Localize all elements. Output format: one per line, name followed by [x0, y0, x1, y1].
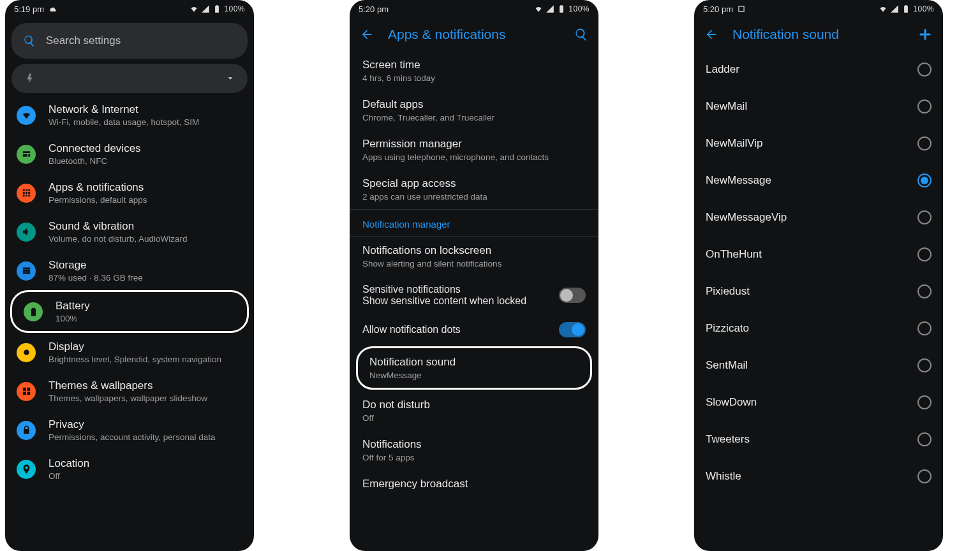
search-settings[interactable]: Search settings — [11, 23, 248, 59]
status-time: 5:19 pm — [14, 4, 44, 14]
sound-label: Pizzicato — [706, 322, 749, 335]
volume-icon — [17, 223, 36, 242]
sound-option[interactable]: OnTheHunt — [694, 236, 943, 273]
settings-item-apps[interactable]: Apps & notifications Permissions, defaul… — [5, 173, 254, 212]
sound-option[interactable]: Pizzicato — [694, 310, 943, 347]
item-subtitle: 100% — [56, 314, 90, 323]
radio-button[interactable] — [917, 432, 932, 446]
sound-option[interactable]: Tweeters — [694, 421, 943, 458]
radio-button[interactable] — [917, 284, 932, 298]
wifi-icon — [534, 4, 543, 13]
item-title: Network & Internet — [48, 103, 199, 116]
settings-item-wifi[interactable]: Network & Internet Wi-Fi, mobile, data u… — [5, 96, 254, 135]
sound-option[interactable]: NewMailVip — [694, 125, 943, 162]
sound-option[interactable]: NewMessage — [694, 162, 943, 199]
notifications[interactable]: Notifications Off for 5 apps — [350, 430, 598, 470]
toggle-switch[interactable] — [559, 322, 586, 337]
settings-row[interactable]: Special app access2 apps can use unrestr… — [350, 170, 598, 209]
settings-item-devices[interactable]: Connected devices Bluetooth, NFC — [5, 135, 254, 173]
back-icon[interactable] — [360, 27, 374, 41]
settings-row[interactable]: Screen time4 hrs, 6 mins today — [350, 51, 598, 91]
radio-button[interactable] — [917, 99, 932, 114]
settings-item-location[interactable]: Location Off — [5, 450, 254, 489]
wifi-icon — [879, 4, 887, 13]
sound-label: NewMail — [706, 100, 747, 113]
radio-button[interactable] — [917, 210, 932, 224]
signal-icon — [201, 4, 210, 13]
notification-sound[interactable]: Notification sound NewMessage — [363, 351, 585, 385]
sound-option[interactable]: SlowDown — [694, 384, 943, 421]
do-not-disturb[interactable]: Do not disturb Off — [350, 391, 598, 430]
settings-row[interactable]: Permission managerApps using telephone, … — [350, 130, 598, 170]
notification-manager-link[interactable]: Notification manager — [350, 209, 598, 237]
item-subtitle: Wi-Fi, mobile, data usage, hotspot, SIM — [48, 117, 199, 127]
battery-pct: 100% — [913, 4, 934, 13]
allow-notification-dots[interactable]: Allow notification dots — [350, 314, 598, 345]
privacy-icon — [17, 421, 36, 440]
search-placeholder: Search settings — [46, 34, 121, 47]
sound-option[interactable]: SentMail — [694, 347, 943, 384]
sensitive-notifications[interactable]: Sensitive notifications Show sensitive c… — [350, 276, 598, 314]
location-icon — [17, 460, 36, 479]
sound-option[interactable]: Whistle — [694, 458, 943, 495]
toggle-switch[interactable] — [559, 288, 586, 303]
radio-button[interactable] — [917, 136, 932, 151]
sound-label: SlowDown — [706, 396, 757, 409]
radio-button[interactable] — [917, 173, 932, 187]
battery-pct: 100% — [568, 4, 590, 13]
notification-sound-highlight: Notification sound NewMessage — [356, 346, 592, 390]
battery-icon — [902, 4, 910, 13]
sound-label: NewMessageVip — [706, 211, 787, 224]
quick-toggle-row[interactable] — [11, 64, 248, 93]
item-subtitle: Bluetooth, NFC — [48, 156, 141, 166]
sound-label: SentMail — [706, 359, 748, 372]
sound-label: OnTheHunt — [706, 248, 762, 261]
battery-icon — [24, 302, 43, 321]
status-bar: 5:20 pm 100% — [694, 0, 943, 18]
status-bar: 5:19 pm 100% — [5, 0, 254, 18]
signal-icon — [890, 4, 899, 13]
settings-item-storage[interactable]: Storage 87% used · 8.36 GB free — [5, 251, 254, 290]
sound-option[interactable]: Pixiedust — [694, 273, 943, 310]
lockscreen-notifications[interactable]: Notifications on lockscreen Show alertin… — [350, 237, 598, 276]
search-icon[interactable] — [574, 27, 588, 41]
item-title: Privacy — [48, 418, 216, 431]
sound-option[interactable]: NewMessageVip — [694, 199, 943, 236]
item-title: Apps & notifications — [48, 181, 147, 194]
screenshot-icon — [737, 4, 746, 13]
radio-button[interactable] — [917, 395, 932, 409]
wifi-icon — [17, 106, 36, 125]
radio-button[interactable] — [917, 62, 932, 77]
item-subtitle: Brightness level, Splendid, system navig… — [48, 355, 221, 364]
radio-button[interactable] — [917, 321, 932, 335]
settings-item-display[interactable]: Display Brightness level, Splendid, syst… — [5, 333, 254, 372]
settings-item-themes[interactable]: Themes & wallpapers Themes, wallpapers, … — [5, 372, 254, 411]
display-icon — [17, 343, 36, 362]
sound-label: NewMailVip — [706, 137, 762, 150]
screen-header: Apps & notifications — [350, 18, 598, 51]
settings-row[interactable]: Default appsChrome, Truecaller, and True… — [350, 91, 598, 130]
item-subtitle: 87% used · 8.36 GB free — [48, 273, 143, 283]
radio-button[interactable] — [917, 247, 932, 261]
chevron-down-icon — [226, 74, 235, 83]
radio-button[interactable] — [917, 358, 932, 372]
item-subtitle: Volume, do not disturb, AudioWizard — [48, 234, 188, 244]
phone-settings-main: 5:19 pm 100% Search settings Network & I… — [5, 0, 254, 551]
radio-button[interactable] — [917, 469, 932, 483]
sound-option[interactable]: Ladder — [694, 51, 943, 88]
themes-icon — [17, 382, 36, 401]
emergency-broadcast[interactable]: Emergency broadcast — [350, 470, 598, 498]
item-title: Sound & vibration — [48, 220, 188, 233]
sound-option[interactable]: NewMail — [694, 88, 943, 125]
storage-icon — [17, 261, 36, 281]
status-time: 5:20 pm — [359, 4, 389, 14]
settings-item-privacy[interactable]: Privacy Permissions, account activity, p… — [5, 411, 254, 450]
add-icon[interactable] — [917, 27, 933, 42]
back-icon[interactable] — [704, 27, 718, 41]
settings-item-volume[interactable]: Sound & vibration Volume, do not disturb… — [5, 212, 254, 251]
item-title: Location — [48, 457, 89, 470]
phone-apps-notifications: 5:20 pm 100% Apps & notifications Screen… — [350, 0, 598, 551]
screen-header: Notification sound — [694, 18, 943, 51]
search-icon — [23, 34, 36, 47]
settings-item-battery[interactable]: Battery 100% — [19, 297, 241, 326]
